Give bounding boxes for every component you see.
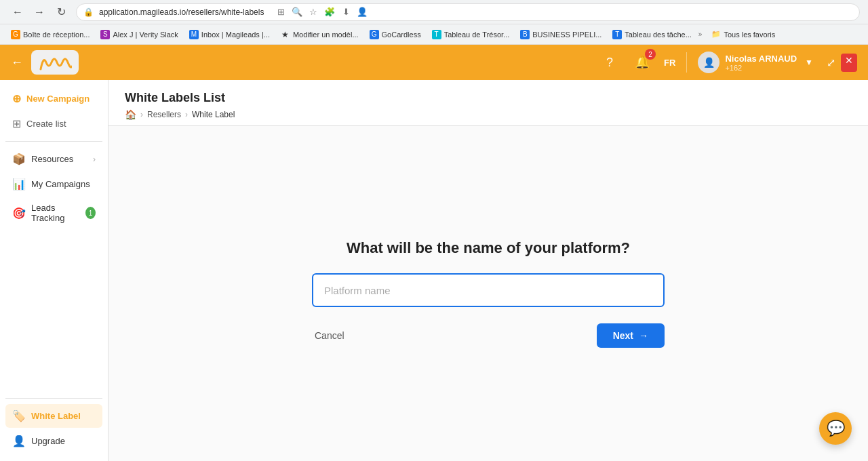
resources-arrow-icon: › [93, 155, 96, 164]
white-label-icon: 🏷️ [12, 409, 26, 422]
sidebar-top: ⊕ New Campaign ⊞ Create list 📦 Resources… [0, 80, 108, 237]
sidebar-item-white-label[interactable]: 🏷️ White Label [5, 404, 102, 428]
create-list-label: Create list [26, 119, 66, 129]
bookmark-label-5: GoCardless [382, 31, 421, 39]
page-header: White Labels List 🏠 › Resellers › White … [108, 80, 868, 126]
main-content: White Labels List 🏠 › Resellers › White … [108, 80, 868, 461]
chat-icon: 💬 [827, 420, 845, 437]
sidebar-item-white-label-text: White Label [31, 411, 81, 421]
user-chevron-icon: ▼ [805, 58, 813, 67]
form-area: What will be the name of your platform? … [108, 126, 868, 461]
chat-bubble-button[interactable]: 💬 [819, 412, 852, 445]
next-arrow-icon: → [639, 330, 648, 341]
sidebar-bottom: 🏷️ White Label 👤 Upgrade [0, 386, 108, 461]
bookmark-favicon-6: T [432, 30, 441, 39]
sidebar-separator-1 [5, 141, 102, 142]
bookmark-label-6: Tableau de Trésor... [444, 31, 510, 39]
account-icon[interactable]: 👤 [356, 6, 368, 18]
form-question: What will be the name of your platform? [347, 239, 630, 257]
extensions-icon[interactable]: 🧩 [323, 6, 336, 18]
user-menu[interactable]: 👤 Nicolas ARNAUD +162 ▼ [698, 52, 813, 73]
sidebar-item-my-campaigns-label: My Campaigns [31, 179, 90, 189]
logo [31, 50, 79, 75]
sidebar-item-resources[interactable]: 📦 Resources › [5, 147, 102, 171]
search-icon[interactable]: 🔍 [291, 6, 303, 18]
header-action-buttons: ⤢ ✕ [824, 54, 857, 72]
next-button[interactable]: Next → [597, 323, 665, 348]
star-icon[interactable]: ☆ [307, 6, 319, 18]
bookmark-gocardless[interactable]: G GoCardless [366, 28, 425, 41]
my-campaigns-icon: 📊 [12, 178, 26, 191]
bookmark-all-favorites[interactable]: 📁 Tous les favoris [707, 28, 779, 40]
refresh-button[interactable]: ↻ [52, 3, 71, 22]
sidebar-item-upgrade[interactable]: 👤 Upgrade [5, 429, 102, 453]
bookmark-favicon-3: M [189, 30, 199, 39]
create-list-icon: ⊞ [12, 117, 21, 130]
avatar: 👤 [698, 52, 719, 73]
bookmark-label-9: Tous les favoris [724, 31, 775, 39]
download-icon[interactable]: ⬇ [340, 6, 352, 18]
bookmark-label-8: Tableau des tâche... [625, 31, 691, 39]
app-header: ← ? 🔔 2 FR 👤 Nicolas ARNAUD +162 ▼ [0, 45, 868, 80]
app: ← ? 🔔 2 FR 👤 Nicolas ARNAUD +162 ▼ [0, 45, 868, 461]
bookmark-favicon-1: G [11, 30, 20, 39]
bookmark-label-4: Modifier un modèl... [293, 31, 359, 39]
sidebar-item-my-campaigns[interactable]: 📊 My Campaigns [5, 172, 102, 196]
platform-name-input[interactable] [312, 273, 665, 307]
folder-icon: 📁 [711, 30, 721, 39]
sidebar-item-leads-tracking[interactable]: 🎯 Leads Tracking 1 [5, 197, 102, 228]
user-name-block: Nicolas ARNAUD +162 [725, 54, 797, 72]
bookmark-label-2: Alex J | Verity Slack [113, 31, 178, 39]
bookmark-taches[interactable]: T Tableau des tâche... [608, 28, 695, 41]
language-selector[interactable]: FR [664, 58, 675, 68]
breadcrumb-home[interactable]: 🏠 [125, 109, 136, 120]
new-campaign-label: New Campaign [26, 94, 90, 104]
user-display-name: Nicolas ARNAUD [725, 54, 797, 64]
leads-tracking-icon: 🎯 [12, 207, 26, 220]
sidebar-item-upgrade-text: Upgrade [31, 436, 65, 446]
breadcrumb-sep-2: › [185, 110, 188, 119]
bookmarks-more-icon[interactable]: » [698, 31, 703, 38]
sidebar-item-resources-label: Resources [31, 154, 73, 164]
bookmark-pipeline[interactable]: B BUSINESS PIPELI... [516, 28, 606, 41]
sidebar: ⊕ New Campaign ⊞ Create list 📦 Resources… [0, 80, 108, 461]
notification-badge: 2 [645, 49, 656, 60]
bookmark-slack[interactable]: S Alex J | Verity Slack [96, 28, 182, 41]
bookmark-inbox[interactable]: G Boîte de réception... [7, 28, 94, 41]
bookmark-label-7: BUSINESS PIPELI... [532, 31, 601, 39]
collapse-sidebar-button[interactable]: ← [11, 56, 23, 70]
back-button[interactable]: ← [8, 3, 27, 22]
logo-svg [38, 53, 72, 72]
close-header-icon[interactable]: ✕ [841, 54, 857, 72]
bookmark-tableau[interactable]: T Tableau de Trésor... [428, 28, 514, 41]
bookmark-favicon-2: S [100, 30, 110, 39]
create-list-button[interactable]: ⊞ Create list [5, 112, 102, 136]
bookmark-favicon-7: B [520, 30, 530, 39]
notification-button[interactable]: 🔔 2 [631, 52, 653, 73]
breadcrumb-resellers[interactable]: Resellers [147, 110, 181, 119]
form-actions: Cancel Next → [312, 323, 665, 348]
bookmark-label-1: Boîte de réception... [23, 31, 90, 39]
url-bar[interactable]: 🔒 application.magileads.io/resellers/whi… [76, 3, 860, 21]
platform-input-wrapper [312, 273, 665, 307]
bookmarks-bar: G Boîte de réception... S Alex J | Verit… [0, 24, 868, 45]
new-campaign-button[interactable]: ⊕ New Campaign [5, 87, 102, 111]
browser-bar: ← → ↻ 🔒 application.magileads.io/reselle… [0, 0, 868, 24]
user-subtitle: +162 [725, 64, 797, 72]
breadcrumb: 🏠 › Resellers › White Label [125, 109, 852, 120]
cancel-button[interactable]: Cancel [312, 325, 347, 346]
bookmark-favicon-4: ★ [281, 30, 290, 39]
bookmark-label-3: Inbox | Magileads |... [201, 31, 270, 39]
translate-icon[interactable]: ⊞ [275, 6, 287, 18]
browser-nav-buttons: ← → ↻ [8, 3, 71, 22]
page-title: White Labels List [125, 91, 852, 105]
bookmark-modifier[interactable]: ★ Modifier un modèl... [277, 28, 363, 41]
header-left: ← [11, 50, 79, 75]
next-label: Next [613, 330, 633, 341]
help-icon[interactable]: ? [599, 52, 620, 73]
lock-icon: 🔒 [83, 7, 94, 17]
leads-tracking-badge: 1 [85, 207, 96, 219]
bookmark-magileads[interactable]: M Inbox | Magileads |... [185, 28, 274, 41]
forward-button[interactable]: → [30, 3, 49, 22]
expand-icon[interactable]: ⤢ [824, 54, 838, 72]
